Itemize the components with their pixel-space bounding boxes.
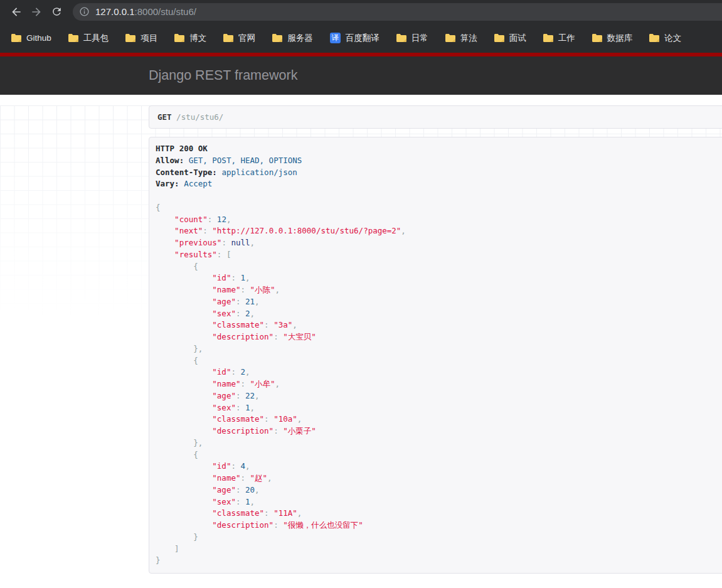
- request-path: /stu/stu6/: [176, 112, 223, 122]
- bookmark-label: 百度翻译: [346, 33, 380, 44]
- bookmark-label: Github: [26, 33, 51, 43]
- folder-icon: [543, 34, 553, 42]
- code-line: {: [156, 449, 719, 461]
- bookmark-label: 工作: [558, 33, 575, 44]
- code-line: "results": [: [156, 249, 719, 261]
- forward-button[interactable]: [26, 2, 46, 22]
- folder-icon: [272, 34, 282, 42]
- code-line: {: [156, 202, 719, 214]
- reload-icon: [51, 6, 63, 18]
- bookmark-label: 服务器: [287, 33, 313, 44]
- url-host: 127.0.0.1: [95, 6, 135, 17]
- status-line: HTTP 200 OK: [156, 143, 719, 155]
- code-line: "description": "很懒，什么也没留下": [156, 520, 719, 532]
- code-line: "previous": null,: [156, 237, 719, 249]
- code-line: "age": 22,: [156, 390, 719, 402]
- bookmark-item[interactable]: 算法: [445, 33, 477, 44]
- code-line: "next": "http://127.0.0.1:8000/stu/stu6/…: [156, 225, 719, 237]
- bookmark-item[interactable]: 工具包: [68, 33, 109, 44]
- code-line: {: [156, 355, 719, 367]
- code-line: },: [156, 437, 719, 449]
- drf-navbar: Django REST framework: [0, 56, 722, 95]
- bookmark-item[interactable]: 项目: [125, 33, 157, 44]
- bookmark-item[interactable]: 博文: [174, 33, 206, 44]
- code-line: "name": "小牟",: [156, 378, 719, 390]
- response-header-line: Content-Type: application/json: [156, 167, 719, 179]
- code-line: {: [156, 261, 719, 273]
- bookmarks-bar: Github工具包项目博文官网服务器译百度翻译日常算法面试工作数据库论文: [0, 23, 722, 53]
- bookmark-item[interactable]: 工作: [543, 33, 575, 44]
- code-line: "id": 2,: [156, 366, 719, 378]
- bookmark-label: 项目: [141, 33, 157, 44]
- url-text: 127.0.0.1:8000/stu/stu6/: [95, 6, 196, 17]
- bookmark-item[interactable]: 数据库: [592, 33, 633, 44]
- browser-toolbar: 127.0.0.1:8000/stu/stu6/: [0, 0, 722, 23]
- pagination-next-link[interactable]: "http://127.0.0.1:8000/stu/stu6/?page=2": [212, 226, 401, 235]
- bookmark-item[interactable]: 译百度翻译: [330, 33, 380, 44]
- bookmark-item[interactable]: Github: [11, 33, 51, 43]
- folder-icon: [11, 34, 21, 42]
- code-line: "sex": 1,: [156, 496, 719, 508]
- folder-icon: [592, 34, 602, 42]
- forward-arrow-icon: [30, 6, 43, 18]
- bookmark-item[interactable]: 官网: [223, 33, 255, 44]
- folder-icon: [445, 34, 455, 42]
- code-line: "classmate": "10a",: [156, 414, 719, 425]
- code-line: "count": 12,: [156, 214, 719, 226]
- response-body: HTTP 200 OKAllow: GET, POST, HEAD, OPTIO…: [156, 143, 719, 567]
- reload-button[interactable]: [46, 2, 66, 22]
- blank-line: [156, 190, 719, 202]
- folder-icon: [223, 34, 233, 42]
- folder-icon: [174, 34, 184, 42]
- folder-icon: [125, 34, 135, 42]
- page-content: GET /stu/stu6/ HTTP 200 OKAllow: GET, PO…: [0, 105, 722, 588]
- code-line: "classmate": "11A",: [156, 508, 719, 520]
- code-line: }: [156, 555, 719, 567]
- code-line: },: [156, 343, 719, 355]
- bookmark-label: 数据库: [607, 33, 633, 44]
- back-button[interactable]: [6, 2, 26, 22]
- code-line: "name": "小陈",: [156, 284, 719, 296]
- response-header-line: Vary: Accept: [156, 178, 719, 190]
- code-line: "sex": 1,: [156, 402, 719, 414]
- bookmark-item[interactable]: 日常: [396, 33, 428, 44]
- bookmark-label: 面试: [509, 33, 526, 44]
- response-header-line: Allow: GET, POST, HEAD, OPTIONS: [156, 155, 719, 167]
- folder-icon: [649, 34, 659, 42]
- code-line: ]: [156, 543, 719, 555]
- code-line: "description": "大宝贝": [156, 331, 719, 343]
- code-line: "classmate": "3a",: [156, 319, 719, 331]
- back-arrow-icon: [10, 6, 23, 18]
- folder-icon: [494, 34, 504, 42]
- code-line: }: [156, 532, 719, 543]
- request-summary: GET /stu/stu6/: [149, 105, 722, 129]
- bookmark-label: 算法: [460, 33, 477, 44]
- bookmark-label: 工具包: [83, 33, 109, 44]
- bookmark-label: 官网: [238, 33, 255, 44]
- code-line: "age": 21,: [156, 296, 719, 308]
- code-line: "age": 20,: [156, 484, 719, 496]
- bookmark-label: 日常: [411, 33, 428, 44]
- bookmark-item[interactable]: 面试: [494, 33, 526, 44]
- url-path: :8000/stu/stu6/: [135, 6, 196, 17]
- bookmark-label: 论文: [664, 33, 681, 44]
- bookmark-item[interactable]: 论文: [649, 33, 681, 44]
- folder-icon: [68, 34, 78, 42]
- response-panel: HTTP 200 OKAllow: GET, POST, HEAD, OPTIO…: [149, 137, 722, 574]
- address-bar[interactable]: 127.0.0.1:8000/stu/stu6/: [73, 3, 722, 21]
- request-method: GET: [157, 112, 172, 122]
- code-line: "name": "赵",: [156, 473, 719, 484]
- brand-title[interactable]: Django REST framework: [149, 68, 297, 83]
- bookmark-item[interactable]: 服务器: [272, 33, 313, 44]
- folder-icon: [396, 34, 406, 42]
- code-line: "description": "小栗子": [156, 425, 719, 437]
- site-info-icon[interactable]: [79, 6, 90, 17]
- baidu-translate-icon: 译: [330, 33, 341, 43]
- code-line: "sex": 2,: [156, 308, 719, 320]
- code-line: "id": 4,: [156, 461, 719, 473]
- code-line: "id": 1,: [156, 272, 719, 284]
- bookmark-label: 博文: [189, 33, 206, 44]
